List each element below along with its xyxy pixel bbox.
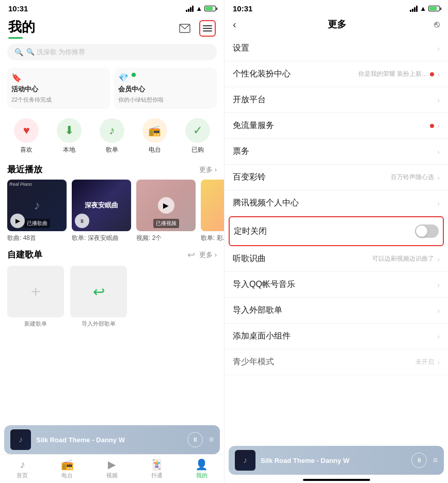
personalize-sub: 你是我的荣耀 装扮上新... [358, 70, 427, 78]
menu-item-import-qq[interactable]: 导入QQ帐号音乐 › [225, 272, 448, 298]
left-time: 10:31 [8, 4, 28, 13]
import-qq-text: 导入QQ帐号音乐 [233, 279, 295, 290]
tencent-video-chevron: › [437, 199, 440, 207]
timer-toggle[interactable] [415, 224, 439, 238]
menu-cards-row: 🔖 活动中心 22个任务待完成 💎 会员中心 你的小绿钻想你啦 [0, 66, 224, 114]
now-playing-bar-right[interactable]: ♪ Silk Road Theme - Danny W ⏸ ≡ [229, 446, 444, 475]
bottom-nav-left: ♪ 首页 📻 电台 ▶ 视频 🃏 扑通 👤 我的 [0, 454, 224, 483]
recent-card-0[interactable]: ♪ Real Piano 已播歌曲 ▶ 歌曲: 48首 [7, 180, 67, 243]
menu-button[interactable] [199, 20, 216, 37]
nav-putong[interactable]: 🃏 扑通 [134, 458, 179, 479]
np-list-icon-right[interactable]: ≡ [433, 456, 438, 465]
freeflow-right: › [430, 122, 440, 130]
openplatform-left: 开放平台 [233, 94, 266, 105]
mail-icon[interactable] [177, 20, 193, 37]
check-icon: ✓ [193, 124, 202, 137]
menu-item-widget[interactable]: 添加桌面小组件 › [225, 324, 448, 349]
openplatform-text: 开放平台 [233, 94, 266, 105]
import-icon[interactable]: ↩ [187, 249, 195, 261]
np-controls-right: ⏸ ≡ [411, 453, 438, 468]
local-label: 本地 [63, 146, 75, 154]
search-bar[interactable]: 🔍 🔍 洗澡歌 为你推荐 [7, 44, 217, 60]
youth-chevron: › [437, 358, 440, 366]
mine-label: 我的 [196, 472, 207, 479]
youth-left: 青少年模式 [233, 357, 274, 367]
menu-icon [203, 25, 212, 31]
recent-more[interactable]: 更多 › [199, 165, 217, 174]
freeflow-text: 免流量服务 [233, 120, 274, 131]
np-title-left: Silk Road Theme - Danny W [36, 436, 182, 444]
now-playing-bar-left[interactable]: ♪ Silk Road Theme - Danny W ⏸ ≡ [4, 425, 220, 454]
import-qq-left: 导入QQ帐号音乐 [233, 279, 295, 290]
menu-item-freeflow[interactable]: 免流量服务 › [225, 113, 448, 139]
playlist-more[interactable]: 更多 › [199, 250, 217, 260]
import-playlist-card[interactable]: ↩ 导入外部歌单 [70, 266, 127, 328]
nav-video[interactable]: ▶ 视频 [90, 458, 135, 479]
back-button[interactable]: ‹ [233, 19, 236, 30]
np-list-icon-left[interactable]: ≡ [209, 435, 214, 444]
menu-item-ringtone[interactable]: 百变彩铃 百万铃声随心选 › [225, 165, 448, 190]
menu-item-youth[interactable]: 青少年模式 未开启 › [225, 349, 448, 375]
video-nav-icon: ▶ [108, 458, 116, 471]
settings-left: 设置 [233, 43, 249, 54]
quick-icon-like[interactable]: ♥ 喜欢 [14, 118, 39, 154]
nav-home[interactable]: ♪ 首页 [0, 459, 45, 479]
personalize-right: 你是我的荣耀 装扮上新... › [358, 70, 440, 78]
home-label: 首页 [17, 472, 28, 479]
menu-item-settings[interactable]: 设置 › [225, 36, 448, 61]
playlist-section: 自建歌单 ↩ 更多 › + 新建歌单 ↩ 导入外部歌单 [0, 249, 224, 328]
menu-item-timer[interactable]: 定时关闭 [229, 216, 444, 246]
np-title-right: Silk Road Theme - Danny W [261, 457, 406, 464]
nav-radio[interactable]: 📻 电台 [45, 458, 90, 479]
np-pause-btn-right[interactable]: ⏸ [411, 453, 427, 468]
like-circle: ♥ [14, 118, 39, 143]
settings-chevron: › [437, 44, 440, 53]
recent-card-1[interactable]: 深夜安眠曲 ⏸ 歌单: 深夜安眠曲 [72, 180, 131, 243]
pause-btn-1[interactable]: ⏸ [75, 214, 89, 228]
real-piano-label: Real Piano [9, 182, 32, 187]
nav-mine[interactable]: 👤 我的 [179, 458, 224, 479]
import-playlist-left: 导入外部歌单 [233, 305, 282, 316]
freeflow-left: 免流量服务 [233, 120, 274, 131]
member-icon: 💎 [118, 73, 129, 83]
left-status-icons: ▲ [186, 5, 216, 12]
mine-icon: 👤 [195, 458, 208, 471]
like-label: 喜欢 [20, 146, 33, 154]
np-pause-btn-left[interactable]: ⏸ [187, 432, 203, 447]
recognize-sub: 可以边刷视频边识曲了 [372, 254, 434, 263]
radio-nav-icon: 📻 [61, 458, 74, 471]
quick-icon-radio[interactable]: 📻 电台 [142, 118, 167, 154]
member-center-card[interactable]: 💎 会员中心 你的小绿钻想你啦 [114, 68, 217, 109]
menu-item-ticketing[interactable]: 票务 › [225, 139, 448, 165]
title-underline [8, 37, 23, 39]
menu-item-import-playlist[interactable]: 导入外部歌单 › [225, 298, 448, 324]
menu-item-personalize[interactable]: 个性化装扮中心 你是我的荣耀 装扮上新... › [225, 61, 448, 87]
new-playlist-card[interactable]: + 新建歌单 [7, 266, 64, 328]
ringtone-chevron: › [437, 173, 440, 182]
settings-right: › [437, 44, 440, 53]
playlist-label: 歌单 [106, 146, 118, 154]
recognize-text: 听歌识曲 [233, 253, 266, 264]
recent-card-3[interactable]: 歌单: 彩... [201, 180, 224, 243]
recognize-right: 可以边刷视频边识曲了 › [372, 254, 440, 263]
play-btn-0[interactable]: ▶ [10, 214, 25, 228]
settings-text: 设置 [233, 43, 249, 54]
activity-center-card[interactable]: 🔖 活动中心 22个任务待完成 [7, 68, 110, 109]
quick-icon-playlist[interactable]: ♪ 歌单 [100, 118, 124, 154]
local-circle: ⬇ [57, 118, 82, 143]
signal-icon [186, 6, 194, 12]
right-action-icon[interactable]: ⎋ [434, 19, 440, 30]
putong-icon: 🃏 [150, 458, 163, 471]
quick-icon-purchased[interactable]: ✓ 已购 [185, 118, 210, 154]
menu-item-openplatform[interactable]: 开放平台 › [225, 87, 448, 113]
recent-card-2[interactable]: ▶ 已播视频 视频: 2个 [136, 180, 196, 243]
ticketing-text: 票务 [233, 146, 249, 157]
quick-icon-local[interactable]: ⬇ 本地 [57, 118, 82, 154]
menu-item-recognize[interactable]: 听歌识曲 可以边刷视频边识曲了 › [225, 246, 448, 272]
search-icon: 🔍 [14, 48, 23, 56]
right-wifi-icon: ▲ [420, 5, 426, 12]
purchased-circle: ✓ [185, 118, 210, 143]
menu-item-tencent-video[interactable]: 腾讯视频个人中心 › [225, 190, 448, 216]
download-icon: ⬇ [65, 124, 74, 137]
np-music-icon-right: ♪ [243, 456, 247, 465]
